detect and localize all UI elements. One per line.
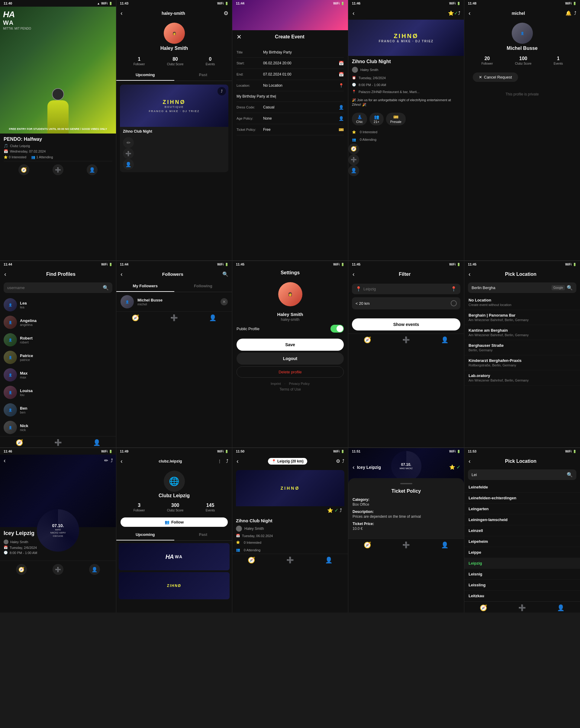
nav-explore[interactable]: 🧭 <box>480 604 487 612</box>
profile-btn[interactable]: 👤 <box>348 165 359 176</box>
list-item[interactable]: 👤 Angelinaangelina <box>0 314 116 331</box>
back-icon[interactable]: ‹ <box>468 270 471 278</box>
back-icon[interactable]: ‹ <box>120 9 123 17</box>
bell-icon[interactable]: 🔔 <box>565 10 572 16</box>
event-card[interactable]: ⤴ ZIHNØ BOUTIQUE FRANCO & MIKE · DJ TRIE… <box>120 84 228 172</box>
list-item[interactable]: Kantine am Berghain Am Wriezener Bahnhof… <box>464 325 580 340</box>
nav-profile[interactable]: 👤 <box>441 336 449 343</box>
list-item[interactable]: 👤 Patricepatrice <box>0 348 116 366</box>
list-item[interactable]: Berghain | Panorama Bar Am Wriezener Bah… <box>464 310 580 325</box>
compass-btn[interactable]: 🧭 <box>19 164 29 175</box>
list-item[interactable]: 👤 Benben <box>0 401 116 419</box>
back-icon[interactable]: ‹ <box>468 457 471 465</box>
add-icon[interactable]: ➕ <box>123 148 134 159</box>
settings-icon[interactable]: ⋮ <box>217 459 222 464</box>
nav-profile[interactable]: 👤 <box>557 604 564 612</box>
list-item[interactable]: 👤 Robertrobert <box>0 331 116 348</box>
back-icon[interactable]: ‹ <box>120 270 123 278</box>
tab-past[interactable]: Past <box>174 529 232 540</box>
description-text[interactable]: My Birthday Party at the <box>237 94 275 99</box>
pencil-icon[interactable]: ✏ <box>104 458 108 463</box>
back-icon[interactable]: ‹ <box>352 270 355 278</box>
back-icon[interactable]: ‹ <box>468 9 471 17</box>
cancel-request-btn[interactable]: ✕ Cancel Request <box>473 73 518 82</box>
terms-link[interactable]: Terms of Use <box>232 387 348 394</box>
list-item[interactable]: 👤 Michel Busse michel ✕ <box>116 292 232 311</box>
follow-button[interactable]: 👥 Follow <box>121 517 228 527</box>
bookmark-icon[interactable]: ⭐ <box>327 508 333 513</box>
location-field[interactable]: Location: No Location 📍 <box>237 80 344 91</box>
location-pill[interactable]: 📍 Leipzig (20 km) <box>268 458 307 465</box>
search-icon[interactable]: 🔍 <box>103 285 109 291</box>
nav-profile[interactable]: 👤 <box>441 541 449 549</box>
share-icon[interactable]: ⤴ <box>342 459 344 464</box>
nav-add[interactable]: ➕ <box>54 439 62 446</box>
tab-my-followers[interactable]: My Followers <box>116 281 174 292</box>
privacy-link[interactable]: Privacy Policy <box>289 382 310 386</box>
list-item[interactable]: Leingarten <box>464 503 580 515</box>
age-policy-field[interactable]: Age Policy: None 👤 <box>237 113 344 124</box>
list-item[interactable]: Lab.oratory Am Wriezener Bahnhof, Berlin… <box>464 370 580 386</box>
list-item[interactable]: Leinefelde <box>464 482 580 493</box>
add-btn[interactable]: ➕ <box>53 164 63 175</box>
imprint-link[interactable]: Imprint <box>271 382 281 386</box>
list-item[interactable]: Berghauser Straße Berlin, Germany <box>464 340 580 355</box>
back-icon[interactable]: ‹ <box>352 463 355 471</box>
bookmark-icon[interactable]: ⭐ <box>449 464 455 470</box>
tab-upcoming[interactable]: Upcoming <box>116 70 174 81</box>
back-icon[interactable]: ‹ <box>120 457 123 465</box>
nav-explore[interactable]: 🧭 <box>364 541 371 549</box>
list-item[interactable]: Leitzkau <box>464 591 580 601</box>
nav-profile[interactable]: 👤 <box>325 556 333 564</box>
settings-icon[interactable]: ⚙ <box>336 458 340 464</box>
tag-21[interactable]: 👥 21+ <box>369 113 384 125</box>
search-icon[interactable]: 🔍 <box>567 285 573 291</box>
list-item[interactable]: Leipzig <box>464 558 580 569</box>
share-icon[interactable]: ⤴ <box>226 459 228 464</box>
ticket-policy-field[interactable]: Ticket Policy: Free 🎫 <box>237 124 344 135</box>
list-item[interactable]: Leisnig <box>464 569 580 580</box>
nav-explore[interactable]: 🧭 <box>364 336 371 343</box>
city-input[interactable] <box>363 287 449 291</box>
start-field[interactable]: Start: 06.02.2024 20:00 📅 <box>237 58 344 69</box>
nav-add[interactable]: ➕ <box>402 541 410 549</box>
logout-button[interactable]: Logout <box>237 353 344 365</box>
nav-add[interactable]: ➕ <box>402 336 410 343</box>
back-icon[interactable]: ‹ <box>4 270 7 278</box>
show-events-button[interactable]: Show events <box>352 318 460 331</box>
share-icon[interactable]: ⤴ <box>110 458 113 463</box>
nav-add[interactable]: ➕ <box>170 314 178 321</box>
nav-explore[interactable]: 🧭 <box>248 556 255 564</box>
public-profile-toggle[interactable] <box>331 325 344 333</box>
list-item[interactable]: Leipeheim <box>464 536 580 547</box>
list-item[interactable]: Leinefelden-echterdingen <box>464 493 580 503</box>
tab-following[interactable]: Following <box>174 281 232 292</box>
share-icon[interactable]: ⤴ <box>458 10 460 16</box>
location-search-input[interactable] <box>472 285 550 290</box>
list-item[interactable]: 👤 Louisalou <box>0 384 116 401</box>
list-item[interactable]: Leinzell <box>464 525 580 536</box>
nav-explore[interactable]: 🧭 <box>132 314 139 321</box>
event-card-2[interactable]: ZIHNØ <box>119 572 230 599</box>
profile-icon[interactable]: 👤 <box>123 159 134 170</box>
delete-profile-button[interactable]: Delete profile <box>237 366 344 378</box>
tag-chic[interactable]: 👗 Chic <box>352 113 367 125</box>
edit-icon[interactable]: ✏ <box>123 137 134 148</box>
event-card-1[interactable]: HA WA <box>119 543 230 570</box>
settings-icon[interactable]: ⚙ <box>223 10 228 17</box>
list-item[interactable]: Kinderarzt Berghafen-Praxis Rollbergstra… <box>464 355 580 370</box>
list-item[interactable]: Leissling <box>464 580 580 591</box>
nav-add[interactable]: ➕ <box>286 556 294 564</box>
check-icon[interactable]: ✓ <box>454 10 458 16</box>
check-icon[interactable]: ✓ <box>335 508 338 513</box>
share-icon[interactable]: ⤴ <box>217 87 226 96</box>
check-icon[interactable]: ✓ <box>456 464 460 470</box>
nav-add[interactable]: ➕ <box>518 604 526 612</box>
remove-follower-btn[interactable]: ✕ <box>220 298 228 305</box>
location-search-input-2[interactable] <box>472 472 565 477</box>
list-item[interactable]: 👤 Nicknick <box>0 419 116 436</box>
tag-presale[interactable]: 🎫 Presale <box>386 113 406 125</box>
event-card[interactable]: ZIHNØ ⭐ ✓ ⤴ <box>236 470 344 513</box>
list-item[interactable]: 👤 Maxmax <box>0 366 116 384</box>
search-icon[interactable]: 🔍 <box>567 472 573 477</box>
